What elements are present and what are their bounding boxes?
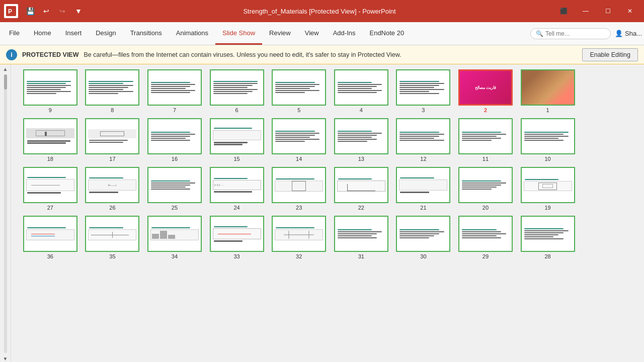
- save-button[interactable]: 💾: [23, 4, 37, 18]
- slide-thumb-25: [147, 167, 202, 203]
- help-button[interactable]: ⬛: [553, 0, 574, 22]
- slide-item-16[interactable]: 16: [145, 118, 204, 162]
- slide-thumb-7: [147, 69, 202, 106]
- slide-item-36[interactable]: 36: [21, 216, 79, 259]
- slide-num-3: 3: [422, 107, 425, 113]
- slide-item-2[interactable]: قاربت مصالح 2: [456, 69, 515, 113]
- slide-item-20[interactable]: 20: [456, 167, 515, 211]
- slide-item-17[interactable]: 17: [84, 118, 142, 162]
- slide-item-3[interactable]: 3: [394, 69, 453, 113]
- slide-item-23[interactable]: 23: [270, 167, 328, 211]
- slide-thumb-24: |= 0.1 →: [210, 167, 264, 203]
- slide-item-26[interactable]: ⊢—⊣ 26: [84, 167, 142, 211]
- slide-item-7[interactable]: 7: [145, 69, 204, 113]
- slide-item-22[interactable]: 22: [332, 167, 390, 211]
- tab-endnote[interactable]: EndNote 20: [362, 22, 411, 45]
- slide-item-4[interactable]: 4: [332, 69, 390, 113]
- slide-thumb-5: [272, 69, 326, 106]
- slide-item-32[interactable]: 32: [270, 216, 328, 259]
- slide-item-21[interactable]: 21: [394, 167, 453, 211]
- slide-item-34[interactable]: 34: [145, 216, 204, 259]
- slide-item-24[interactable]: |= 0.1 → 24: [208, 167, 266, 211]
- tab-addins[interactable]: Add-Ins: [326, 22, 363, 45]
- slide-num-12: 12: [420, 156, 426, 162]
- search-input[interactable]: [545, 30, 606, 37]
- slide-thumb-26: ⊢—⊣: [85, 167, 139, 203]
- slide-item-12[interactable]: 12: [394, 118, 453, 162]
- slide-item-18[interactable]: 18: [21, 118, 79, 162]
- tab-animations[interactable]: Animations: [169, 22, 215, 45]
- slide-num-11: 11: [482, 156, 489, 162]
- share-button[interactable]: 👤 Sha...: [615, 30, 642, 37]
- slide-thumb-10: [521, 118, 575, 154]
- slide-thumb-29: [458, 216, 513, 252]
- slide-item-19[interactable]: 19: [519, 167, 577, 211]
- slide-num-25: 25: [172, 205, 178, 211]
- slide-item-10[interactable]: 10: [519, 118, 577, 162]
- slide-item-1[interactable]: 1: [519, 69, 577, 113]
- scroll-thumb[interactable]: [4, 74, 7, 89]
- slide-item-11[interactable]: 11: [456, 118, 515, 162]
- slide-num-21: 21: [420, 205, 426, 211]
- tab-slideshow[interactable]: Slide Show: [215, 22, 262, 45]
- slide-item-27[interactable]: 27: [21, 167, 79, 211]
- tab-home[interactable]: Home: [27, 22, 58, 45]
- slide-item-14[interactable]: 14: [270, 118, 328, 162]
- slide-thumb-18: [23, 118, 77, 154]
- slide-thumb-16: [147, 118, 202, 154]
- search-box[interactable]: 🔍: [530, 28, 611, 39]
- slide-thumb-36: [23, 216, 77, 252]
- scroll-down[interactable]: ▼: [2, 355, 9, 362]
- slide-thumb-19: [521, 167, 575, 203]
- tab-insert[interactable]: Insert: [58, 22, 89, 45]
- tab-review[interactable]: Review: [262, 22, 298, 45]
- tab-view[interactable]: View: [298, 22, 326, 45]
- powerpoint-icon: P: [4, 4, 18, 18]
- slide-thumb-11: [458, 118, 513, 154]
- customize-button[interactable]: ▼: [71, 4, 86, 18]
- slide-item-8[interactable]: 8: [84, 69, 142, 113]
- close-button[interactable]: ✕: [620, 0, 640, 22]
- enable-editing-button[interactable]: Enable Editing: [582, 48, 638, 61]
- scroll-up[interactable]: ▲: [2, 65, 9, 72]
- slide-item-13[interactable]: 13: [332, 118, 390, 162]
- slide-thumb-31: [334, 216, 388, 252]
- slide-item-6[interactable]: 6: [208, 69, 266, 113]
- redo-button[interactable]: ↪: [55, 4, 69, 18]
- slide-num-20: 20: [482, 205, 489, 211]
- slide-item-15[interactable]: 15: [208, 118, 266, 162]
- slide-thumb-22: [334, 167, 388, 203]
- slide-thumb-32: [272, 216, 326, 252]
- slide-item-30[interactable]: 30: [394, 216, 453, 259]
- slide-thumb-21: [396, 167, 450, 203]
- slide-num-17: 17: [109, 156, 115, 162]
- slide-thumb-30: [396, 216, 450, 252]
- tab-file[interactable]: File: [2, 22, 27, 45]
- slide-thumb-12: [396, 118, 450, 154]
- slide-item-5[interactable]: 5: [270, 69, 328, 113]
- slide-item-25[interactable]: 25: [145, 167, 204, 211]
- slide-item-31[interactable]: 31: [332, 216, 390, 259]
- tab-design[interactable]: Design: [89, 22, 123, 45]
- slide-num-33: 33: [233, 253, 239, 259]
- protected-message: Be careful—files from the Internet can c…: [84, 51, 401, 58]
- slide-item-29[interactable]: 29: [456, 216, 515, 259]
- slide-item-33[interactable]: 33: [208, 216, 266, 259]
- slide-item-9[interactable]: 9: [21, 69, 79, 113]
- shield-icon: i: [6, 49, 17, 60]
- slide-num-24: 24: [233, 205, 239, 211]
- slide-num-14: 14: [296, 156, 302, 162]
- slide-thumb-13: [334, 118, 388, 154]
- minimize-button[interactable]: —: [576, 0, 596, 22]
- undo-button[interactable]: ↩: [39, 4, 53, 18]
- slide-thumb-1: [521, 69, 575, 106]
- slide-thumb-8: [85, 69, 139, 106]
- slide-num-4: 4: [360, 107, 363, 113]
- slide-num-19: 19: [544, 205, 550, 211]
- ribbon: File Home Insert Design Transitions Anim…: [0, 22, 644, 45]
- slide-item-35[interactable]: 35: [84, 216, 142, 259]
- slides-grid: 9 8 7: [21, 69, 639, 259]
- maximize-button[interactable]: ☐: [598, 0, 618, 22]
- slide-item-28[interactable]: 28: [519, 216, 577, 259]
- tab-transitions[interactable]: Transitions: [123, 22, 169, 45]
